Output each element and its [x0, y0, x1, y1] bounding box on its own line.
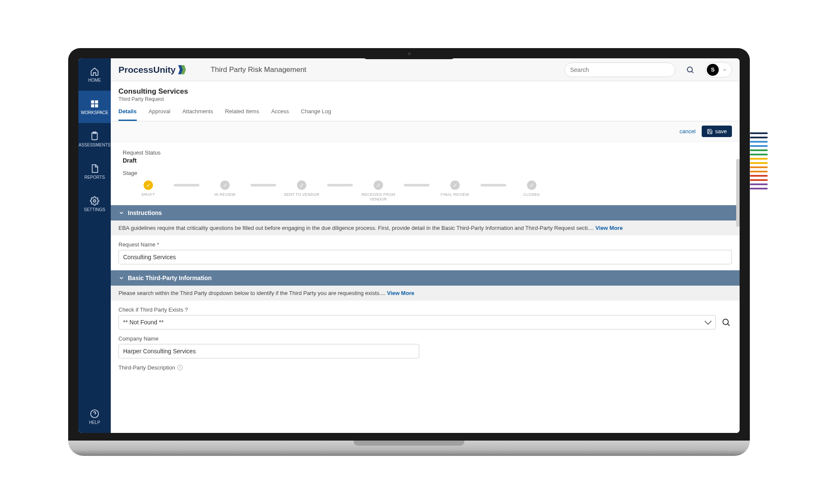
sidebar-item-workspace[interactable]: WORKSPACE	[78, 91, 111, 123]
sidebar-item-home[interactable]: HOME	[78, 58, 111, 91]
stage-name: CLOSED	[524, 192, 540, 197]
search-icon	[721, 318, 731, 327]
actions-bar: cancel save	[111, 121, 740, 142]
sidebar-item-assessments[interactable]: ASSESSMENTS	[78, 123, 111, 155]
check-icon: ✓	[527, 180, 536, 190]
sidebar-item-reports[interactable]: REPORTS	[78, 155, 111, 188]
stage-name: IN REVIEW	[214, 192, 236, 197]
gear-icon	[90, 196, 99, 206]
check-exists-select[interactable]: ** Not Found **	[118, 315, 716, 329]
sidebar-item-label: HOME	[88, 78, 101, 83]
check-icon: ✓	[450, 180, 460, 190]
logo-mark-icon	[178, 65, 186, 74]
sidebar-item-label: WORKSPACE	[81, 110, 108, 115]
check-exists-label: Check if Third Party Exists ?	[118, 306, 732, 313]
check-icon: ✓	[374, 180, 383, 190]
svg-rect-1	[95, 100, 98, 103]
basic-hint: Please search within the Third Party dro…	[111, 286, 740, 301]
check-icon: ✓	[144, 180, 153, 190]
section-header-instructions[interactable]: Instructions	[111, 205, 740, 220]
sidebar-item-label: SETTINGS	[84, 207, 105, 212]
lookup-button[interactable]	[720, 316, 732, 328]
company-name-label: Company Name	[118, 335, 732, 342]
request-name-label: Request Name *	[118, 241, 732, 248]
sidebar-item-label: REPORTS	[84, 175, 105, 180]
save-icon	[707, 129, 713, 135]
stage-draft: ✓DRAFT	[123, 180, 174, 197]
request-status-label: Request Status	[123, 149, 728, 156]
svg-line-10	[692, 71, 694, 73]
instructions-hint: EBA guidelines require that criticality …	[111, 220, 740, 235]
instructions-text: EBA guidelines require that criticality …	[118, 225, 594, 231]
status-block: Request Status Draft Stage ✓DRAFT ✓IN RE…	[111, 142, 740, 205]
screen-bezel: HOME WORKSPACE ASSESSMENTS REPORTS SETTI…	[68, 48, 750, 441]
help-icon	[90, 409, 99, 418]
chevron-down-icon	[118, 275, 124, 281]
stage-label: Stage	[123, 170, 728, 176]
tab-attachments[interactable]: Attachments	[182, 108, 213, 121]
page-header: Consulting Services Third Party Request …	[111, 81, 740, 121]
svg-point-9	[687, 67, 692, 72]
svg-point-6	[93, 200, 96, 202]
screen: HOME WORKSPACE ASSESSMENTS REPORTS SETTI…	[78, 58, 740, 433]
request-name-input[interactable]	[118, 250, 732, 264]
brand-name: ProcessUnity	[118, 65, 176, 75]
main-app: ProcessUnity Third Party Risk Management…	[111, 58, 740, 433]
camera-notch	[362, 48, 456, 59]
home-icon	[90, 67, 99, 76]
section-title: Basic Third-Party Information	[128, 275, 212, 281]
svg-rect-3	[95, 104, 98, 107]
brand-logo: ProcessUnity	[118, 65, 186, 75]
sidebar-item-label: HELP	[89, 420, 100, 425]
save-button-label: save	[715, 128, 727, 135]
tab-approval[interactable]: Approval	[149, 108, 170, 121]
stage-name: SENT TO VENDOR	[284, 192, 320, 197]
request-status-value: Draft	[123, 157, 728, 164]
view-more-link[interactable]: View More	[596, 225, 623, 231]
company-name-input[interactable]	[118, 344, 419, 358]
topbar: ProcessUnity Third Party Risk Management…	[111, 58, 740, 81]
view-more-link[interactable]: View More	[387, 290, 414, 296]
document-icon	[90, 164, 99, 173]
clipboard-icon	[90, 132, 99, 141]
tab-related-items[interactable]: Related Items	[225, 108, 259, 121]
user-menu[interactable]: S	[705, 62, 732, 77]
section-title: Instructions	[128, 209, 162, 216]
stage-connector	[404, 184, 429, 186]
sidebar-item-help[interactable]: HELP	[78, 401, 111, 433]
check-icon: ✓	[220, 180, 230, 190]
stage-connector	[481, 184, 506, 186]
tab-details[interactable]: Details	[118, 108, 137, 121]
tabs: Details Approval Attachments Related Ite…	[118, 108, 732, 121]
section-header-basic-info[interactable]: Basic Third-Party Information	[111, 270, 740, 286]
stage-name: RECEIVED FROM VENDOR	[353, 192, 404, 202]
tab-access[interactable]: Access	[271, 108, 289, 121]
stage-name: DRAFT	[141, 192, 155, 197]
search-button[interactable]	[683, 63, 697, 77]
page-title: Consulting Services	[118, 87, 732, 96]
laptop-base	[68, 441, 750, 456]
basic-hint-text: Please search within the Third Party dro…	[118, 290, 386, 296]
sidebar: HOME WORKSPACE ASSESSMENTS REPORTS SETTI…	[78, 58, 111, 433]
cancel-button[interactable]: cancel	[680, 128, 696, 135]
stage-connector	[251, 184, 276, 186]
tab-change-log[interactable]: Change Log	[301, 108, 331, 121]
basic-body: Check if Third Party Exists ? ** Not Fou…	[111, 301, 740, 379]
stage-name: FINAL REVIEW	[441, 192, 469, 197]
sidebar-item-label: ASSESSMENTS	[78, 143, 110, 147]
sidebar-item-settings[interactable]: SETTINGS	[78, 188, 111, 220]
page-subtitle: Third Party Request	[118, 96, 732, 102]
avatar: S	[707, 64, 719, 76]
stage-connector	[327, 184, 353, 186]
scrollbar[interactable]	[736, 159, 740, 227]
check-exists-select-wrap: ** Not Found **	[118, 315, 716, 329]
save-button[interactable]: save	[702, 126, 732, 137]
search-icon	[686, 66, 694, 74]
search-box[interactable]	[565, 63, 675, 77]
app-title: Third Party Risk Management	[210, 66, 306, 74]
search-input[interactable]	[570, 66, 670, 73]
instructions-body: Request Name *	[111, 235, 740, 270]
info-icon[interactable]: i	[177, 365, 183, 370]
chevron-down-icon	[722, 67, 727, 72]
svg-rect-0	[91, 100, 94, 103]
